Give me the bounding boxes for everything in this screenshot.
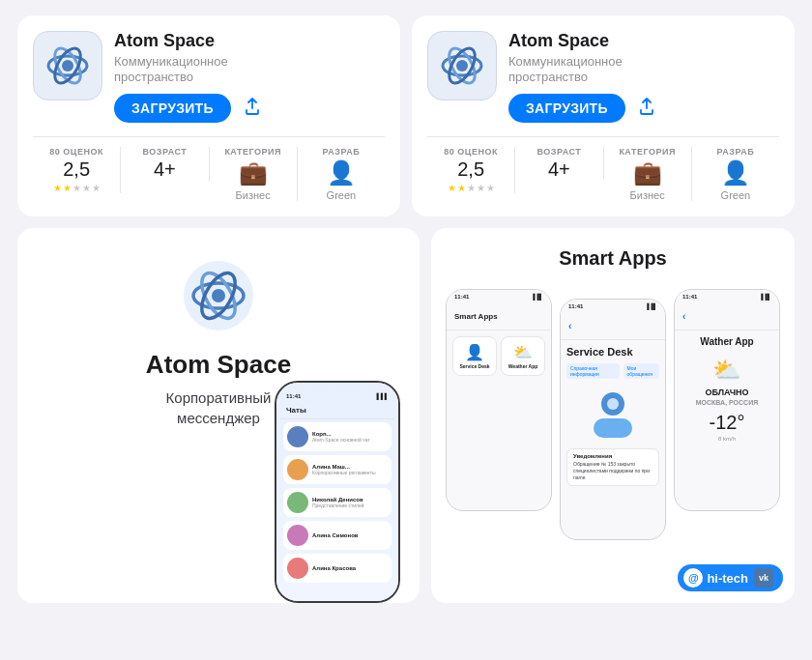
app-actions-1: ЗАГРУЗИТЬ (114, 94, 385, 123)
stats-row-1: 80 ОЦЕНОК 2,5 ★ ★ ★ ★ ★ ВОЗРАСТ 4+ (33, 136, 385, 201)
app-icon-1 (33, 31, 102, 100)
atom-logo-large (180, 257, 257, 334)
svg-point-17 (607, 398, 619, 410)
top-app-cards-row: Atom Space Коммуникационное пространство… (0, 0, 812, 216)
briefcase-icon-1: 💼 (214, 159, 293, 187)
phone-weather: 11:41 ▐▐▌ ‹ Wather App ⛅ ОБЛАЧНО МОСКВА,… (674, 289, 780, 511)
sd-title: Service Desk (566, 346, 659, 358)
dev-icon-2: 👤 (696, 159, 775, 187)
app-info-2: Atom Space Коммуникационное пространство… (508, 31, 779, 123)
app-card-2: Atom Space Коммуникационное пространство… (412, 15, 795, 216)
chat-avatar-4 (287, 525, 308, 546)
hitech-badge: @ hi-tech vk (678, 564, 783, 591)
stat-category-2: КАТЕГОРИЯ 💼 Бизнес (604, 147, 692, 201)
stats-row-2: 80 ОЦЕНОК 2,5 ★ ★ ★ ★ ★ ВОЗРАСТ 4+ КАТЕГ… (427, 136, 779, 201)
sd-tab-2: Мои обращения (624, 363, 659, 379)
chat-row-1: Корп... Atom-Space основной чат (283, 422, 392, 451)
phones-container: 11:41 ▐▐▌ Smart Apps 👤 Service Desk ⛅ (431, 281, 795, 603)
chat-list: Корп... Atom-Space основной чат Алина Ма… (280, 419, 394, 589)
app-header-2: Atom Space Коммуникационное пространство… (427, 31, 779, 123)
chat-row-2: Алина Маш... Корпоративные регламенты (283, 455, 392, 484)
app-name-2: Atom Space (508, 31, 779, 52)
svg-rect-16 (594, 418, 632, 438)
sd-navbar: ‹ (561, 313, 665, 340)
download-button-2[interactable]: ЗАГРУЗИТЬ (508, 94, 625, 123)
stat-ratings-2: 80 ОЦЕНОК 2,5 ★ ★ ★ ★ ★ (427, 147, 515, 193)
phone-mockup-left: 11:41 ▐▐ ▌ Чаты Корп... Atom-Space (275, 381, 400, 603)
svg-point-4 (62, 60, 73, 72)
back-arrow-sd: ‹ (568, 321, 571, 331)
stat-developer-1: РАЗРАБ 👤 Green (298, 147, 385, 201)
stars-1: ★ ★ ★ ★ ★ (37, 183, 116, 193)
hitech-at-icon: @ (683, 568, 703, 588)
service-desk-app-icon: 👤 (459, 343, 490, 361)
smart-apps-title: Smart Apps (431, 228, 795, 281)
chat-avatar-5 (287, 558, 308, 579)
share-button-1[interactable] (243, 97, 262, 121)
screenshot-card-right: Smart Apps 11:41 ▐▐▌ Smart Apps 👤 Servic (431, 228, 795, 603)
phone-service-desk: 11:41 ▐▐▌ ‹ Service Desk Справочная инфо… (560, 299, 666, 540)
download-button-1[interactable]: ЗАГРУЗИТЬ (114, 94, 231, 123)
smart-app-service-desk: 👤 Service Desk (452, 336, 497, 376)
sd-notification: Уведомления Обращение № 153 закрыто спец… (566, 448, 659, 486)
sd-illustration (566, 385, 659, 443)
back-arrow-weather: ‹ (682, 311, 685, 322)
phone-area-left: 11:41 ▐▐ ▌ Чаты Корп... Atom-Space (255, 228, 400, 603)
phone-statusbar-left: 11:41 ▐▐ ▌ (280, 390, 394, 402)
share-button-2[interactable] (637, 97, 656, 121)
app-icon-2 (427, 31, 497, 100)
sd-tab-1: Справочная информация (566, 363, 620, 379)
облачно-label: ОБЛАЧНО (681, 387, 773, 397)
chat-avatar-3 (287, 492, 308, 513)
svg-point-14 (212, 289, 225, 302)
stat-developer-2: РАЗРАБ 👤 Green (692, 147, 779, 201)
weather-app-icon: ⛅ (508, 343, 538, 361)
app-header-1: Atom Space Коммуникационное пространство… (33, 31, 385, 123)
smart-apps-grid: 👤 Service Desk ⛅ Weather App (447, 330, 551, 382)
chat-avatar-1 (287, 426, 308, 447)
sd-tabs: Справочная информация Мои обращения (566, 363, 659, 379)
chat-row-5: Алина Красова (283, 554, 392, 583)
sd-statusbar: 11:41 ▐▐▌ (561, 300, 665, 313)
weather-statusbar: 11:41 ▐▐▌ (675, 290, 779, 303)
app-card-1: Atom Space Коммуникационное пространство… (17, 15, 400, 216)
stat-age-1: ВОЗРАСТ 4+ (121, 147, 209, 182)
app-subtitle-2: Коммуникационное пространство (508, 54, 779, 87)
vk-icon: vk (754, 568, 773, 588)
app-info-1: Atom Space Коммуникационное пространство… (114, 31, 385, 123)
weather-cloud-icon: ⛅ (681, 357, 773, 384)
chat-avatar-2 (287, 459, 308, 480)
svg-point-9 (456, 60, 468, 72)
bottom-screenshots-row: Atom Space Корпоративный мессенджер 11:4… (0, 216, 812, 603)
service-desk-content: Service Desk Справочная информация Мои о… (561, 340, 665, 492)
phone-smart-apps: 11:41 ▐▐▌ Smart Apps 👤 Service Desk ⛅ (446, 289, 552, 511)
stat-ratings-1: 80 ОЦЕНОК 2,5 ★ ★ ★ ★ ★ (33, 147, 121, 193)
weather-navbar: ‹ (675, 303, 779, 330)
app-actions-2: ЗАГРУЗИТЬ (508, 94, 779, 123)
stars-2: ★ ★ ★ ★ ★ (431, 183, 510, 193)
screenshot-card-left: Atom Space Корпоративный мессенджер 11:4… (17, 228, 420, 603)
phone-screen-left: 11:41 ▐▐ ▌ Чаты Корп... Atom-Space (276, 383, 398, 601)
page: Atom Space Коммуникационное пространство… (0, 0, 812, 603)
briefcase-icon-2: 💼 (608, 159, 687, 187)
chat-row-4: Алина Симонов (283, 521, 392, 550)
app-name-1: Atom Space (114, 31, 385, 52)
chats-title: Чаты (280, 402, 394, 419)
smart-apps-navbar: Smart Apps (447, 303, 551, 330)
smart-app-weather: ⛅ Weather App (501, 336, 545, 376)
app-subtitle-1: Коммуникационное пространство (114, 54, 385, 87)
stat-category-1: КАТЕГОРИЯ 💼 Бизнес (210, 147, 298, 201)
smart-apps-statusbar: 11:41 ▐▐▌ (447, 290, 551, 303)
dev-icon-1: 👤 (302, 159, 381, 187)
weather-content: Wather App ⛅ ОБЛАЧНО МОСКВА, РОССИЯ -12°… (675, 330, 779, 447)
stat-age-2: ВОЗРАСТ 4+ (515, 147, 603, 179)
chat-row-3: Николай Денисов Представление стилей (283, 488, 392, 517)
